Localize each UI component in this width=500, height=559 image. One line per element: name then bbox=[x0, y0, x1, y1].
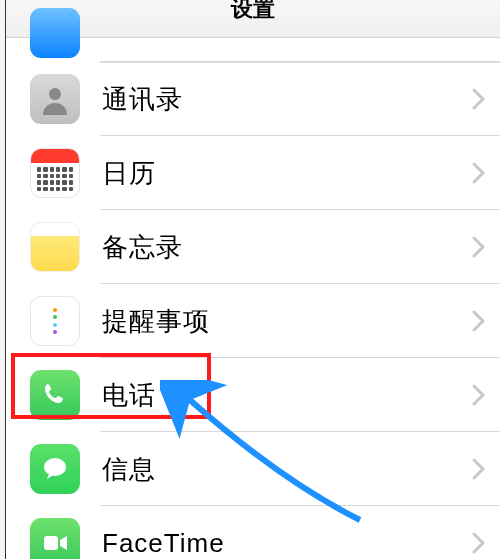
row-label: 备忘录 bbox=[102, 230, 472, 265]
settings-row-messages[interactable]: 信息 bbox=[6, 432, 500, 506]
phone-icon bbox=[30, 370, 80, 420]
page-title-text: 设置 bbox=[231, 0, 275, 21]
facetime-icon bbox=[30, 518, 80, 559]
svg-point-1 bbox=[44, 458, 66, 476]
row-label: FaceTime bbox=[102, 528, 472, 559]
calendar-icon bbox=[30, 148, 80, 198]
settings-row-facetime[interactable]: FaceTime bbox=[6, 506, 500, 559]
chevron-right-icon bbox=[472, 458, 486, 480]
row-label: 电话 bbox=[102, 378, 472, 413]
svg-rect-2 bbox=[44, 536, 58, 550]
settings-list: 通讯录 日历 备忘录 bbox=[6, 62, 500, 559]
row-label: 信息 bbox=[102, 452, 472, 487]
row-label: 提醒事项 bbox=[102, 304, 472, 339]
messages-icon bbox=[30, 444, 80, 494]
page-title: 设置 bbox=[6, 0, 500, 38]
chevron-right-icon bbox=[472, 162, 486, 184]
row-label: 日历 bbox=[102, 156, 472, 191]
chevron-right-icon bbox=[472, 310, 486, 332]
chevron-right-icon bbox=[472, 384, 486, 406]
settings-row-calendar[interactable]: 日历 bbox=[6, 136, 500, 210]
notes-icon bbox=[30, 222, 80, 272]
settings-row-phone[interactable]: 电话 bbox=[6, 358, 500, 432]
settings-row-contacts[interactable]: 通讯录 bbox=[6, 62, 500, 136]
settings-row-reminders[interactable]: 提醒事项 bbox=[6, 284, 500, 358]
contacts-icon bbox=[30, 74, 80, 124]
chevron-right-icon bbox=[472, 236, 486, 258]
row-label: 通讯录 bbox=[102, 82, 472, 117]
chevron-right-icon bbox=[472, 532, 486, 554]
chevron-right-icon bbox=[472, 88, 486, 110]
cropped-icon bbox=[30, 8, 80, 58]
svg-point-0 bbox=[49, 88, 61, 100]
settings-row-notes[interactable]: 备忘录 bbox=[6, 210, 500, 284]
reminders-icon bbox=[30, 296, 80, 346]
